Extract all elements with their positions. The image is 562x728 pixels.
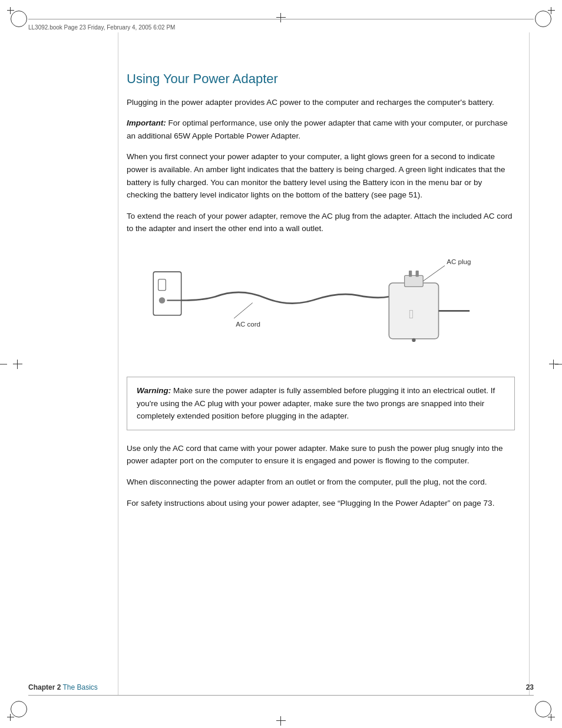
- svg-rect-9: [405, 275, 424, 286]
- svg-point-2: [159, 297, 166, 304]
- page-title: Using Your Power Adapter: [127, 71, 515, 88]
- corner-mark-bl: [6, 701, 27, 722]
- important-label: Important:: [127, 118, 166, 127]
- power-adapter-diagram: AC cord  AC plug: [127, 247, 515, 365]
- paragraph-4: To extend the reach of your power adapte…: [127, 210, 515, 235]
- main-content: Using Your Power Adapter Plugging in the…: [127, 71, 515, 669]
- left-tick: [0, 364, 7, 364]
- svg-text:AC plug: AC plug: [447, 258, 471, 265]
- paragraph-3: When you first connect your power adapte…: [127, 150, 515, 201]
- important-body: For optimal performance, use only the po…: [127, 118, 508, 140]
- warning-label: Warning:: [137, 386, 171, 395]
- footer-page-number: 23: [526, 683, 534, 691]
- paragraph-7: When disconnecting the power adapter fro…: [127, 476, 515, 489]
- page: LL3092.book Page 23 Friday, February 4, …: [0, 0, 562, 728]
- right-border-line: [529, 32, 530, 696]
- corner-mark-tr: [535, 6, 556, 27]
- warning-body: Make sure the power adapter is fully ass…: [137, 386, 495, 420]
- paragraph-1: Plugging in the power adapter provides A…: [127, 96, 515, 109]
- svg-text:AC cord: AC cord: [236, 321, 260, 328]
- svg-line-4: [234, 303, 253, 318]
- svg-rect-1: [158, 279, 166, 291]
- footer-left: Chapter 2 The Basics: [28, 683, 98, 691]
- warning-paragraph: Warning: Make sure the power adapter is …: [137, 384, 505, 423]
- corner-mark-tl: [6, 6, 27, 27]
- svg-rect-11: [416, 271, 419, 277]
- svg-rect-6: [389, 283, 438, 339]
- footer-chapter: Chapter 2: [28, 683, 61, 691]
- footer: Chapter 2 The Basics 23: [28, 683, 534, 696]
- svg-rect-10: [409, 271, 412, 277]
- important-paragraph: Important: For optimal performance, use …: [127, 117, 515, 142]
- paragraph-6: Use only the AC cord that came with your…: [127, 442, 515, 467]
- header-text: LL3092.book Page 23 Friday, February 4, …: [28, 24, 175, 31]
- warning-box: Warning: Make sure the power adapter is …: [127, 377, 515, 430]
- svg-rect-0: [153, 272, 181, 315]
- footer-section: The Basics: [62, 683, 97, 691]
- corner-mark-br: [535, 701, 556, 722]
- svg-point-8: [412, 338, 415, 342]
- paragraph-8: For safety instructions about using your…: [127, 497, 515, 510]
- svg-text:: : [409, 307, 414, 321]
- svg-line-12: [423, 266, 445, 281]
- left-border-line: [118, 32, 118, 696]
- diagram-svg: AC cord  AC plug: [127, 247, 515, 365]
- header-bar: LL3092.book Page 23 Friday, February 4, …: [28, 19, 534, 31]
